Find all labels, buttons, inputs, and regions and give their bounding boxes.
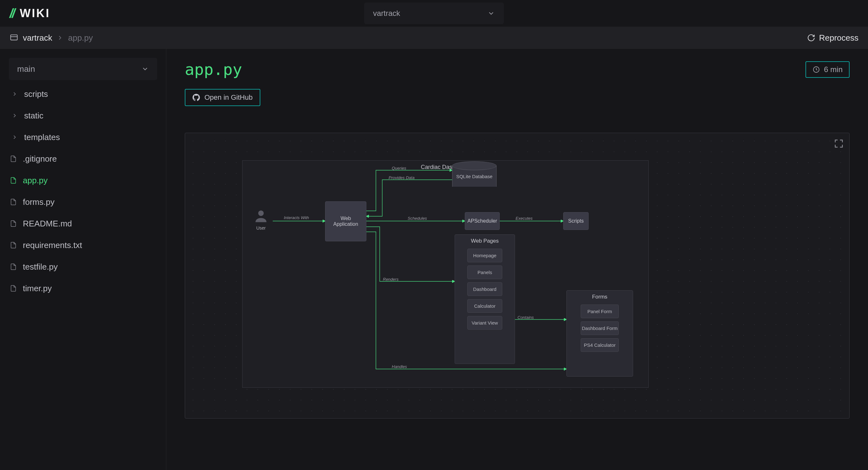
group-title-web-pages: Web Pages (455, 235, 515, 245)
title-row: app.py 6 min (185, 60, 849, 79)
file-icon (10, 220, 17, 227)
breadcrumb-file: app.py (68, 33, 93, 43)
group-forms: Forms Panel Form Dashboard Form PS4 Calc… (566, 290, 633, 377)
read-time-value: 6 min (824, 65, 843, 74)
edge-label-handles: Handles (392, 364, 407, 369)
user-icon (253, 208, 269, 224)
db-label: SQLite Database (456, 174, 492, 179)
diagram-title: Cardiac Dashboard (243, 161, 648, 171)
logo: // WIKI (9, 6, 50, 21)
node-dashboard-form: Dashboard Form (581, 321, 619, 335)
repo-icon (9, 33, 19, 42)
edge-label-schedules: Schedules (408, 216, 427, 221)
edge-label-interacts: Interacts With (284, 215, 309, 220)
file-icon (10, 199, 17, 205)
file-label: timer.py (23, 284, 52, 293)
breadcrumb-bar: vartrack app.py Reprocess (0, 27, 868, 49)
open-in-github-button[interactable]: Open in GitHub (185, 89, 260, 106)
file-label: app.py (23, 176, 48, 185)
node-homepage: Homepage (467, 249, 502, 262)
main-content: app.py 6 min Open in GitHub Cardiac Dash… (166, 49, 868, 470)
logo-text: WIKI (20, 7, 50, 20)
file-label: testfile.py (23, 262, 58, 272)
file-app-py[interactable]: app.py (9, 170, 157, 191)
node-calculator: Calculator (467, 299, 502, 313)
node-panels: Panels (467, 265, 502, 279)
edge-label-renders: Renders (383, 277, 398, 282)
branch-selector[interactable]: main (9, 58, 157, 80)
node-dashboard: Dashboard (467, 282, 502, 296)
reprocess-button[interactable]: Reprocess (807, 33, 859, 43)
edge-label-provides: Provides Data (389, 175, 415, 180)
breadcrumb: vartrack app.py (9, 33, 93, 43)
refresh-icon (807, 34, 815, 42)
file-icon (10, 285, 17, 292)
file-label: requirements.txt (23, 240, 82, 250)
chevron-right-icon (11, 91, 18, 97)
user-label: User (253, 226, 269, 231)
node-scheduler: APScheduler (465, 212, 500, 230)
file-sidebar: main scripts static templates .gitignore (0, 49, 166, 470)
expand-icon[interactable] (834, 139, 843, 148)
body: main scripts static templates .gitignore (0, 49, 868, 470)
folder-templates[interactable]: templates (9, 126, 157, 148)
app-header: // WIKI vartrack (0, 0, 868, 27)
node-scripts: Scripts (563, 212, 589, 230)
svg-point-3 (258, 210, 264, 216)
file-icon (10, 263, 17, 270)
file-icon (10, 242, 17, 249)
node-variant-view: Variant View (467, 316, 502, 330)
diagram-canvas[interactable]: Cardiac Dashboard (185, 133, 849, 418)
folder-static[interactable]: static (9, 105, 157, 126)
chevron-right-icon (11, 112, 18, 119)
folder-label: templates (24, 133, 60, 142)
edge-label-contains: Contains (518, 315, 534, 320)
chevron-right-icon (57, 34, 63, 41)
file-requirements[interactable]: requirements.txt (9, 234, 157, 256)
github-icon (192, 94, 200, 101)
breadcrumb-repo[interactable]: vartrack (23, 33, 52, 43)
file-readme[interactable]: README.md (9, 213, 157, 234)
svg-rect-0 (11, 35, 18, 40)
repo-selector[interactable]: vartrack (364, 3, 504, 24)
folder-label: static (24, 111, 43, 121)
repo-selector-value: vartrack (373, 9, 400, 18)
node-web-app: Web Application (325, 201, 366, 241)
file-label: .gitignore (23, 154, 57, 164)
file-label: forms.py (23, 197, 55, 207)
edge-label-queries: Queries (392, 166, 406, 171)
file-gitignore[interactable]: .gitignore (9, 148, 157, 170)
file-icon (10, 155, 17, 162)
group-web-pages: Web Pages Homepage Panels Dashboard Calc… (455, 234, 515, 364)
file-forms-py[interactable]: forms.py (9, 191, 157, 213)
page-title: app.py (185, 60, 242, 79)
github-button-label: Open in GitHub (205, 93, 253, 101)
read-time-badge: 6 min (805, 61, 849, 78)
node-ps4-calculator: PS4 Calculator (581, 338, 619, 352)
reprocess-label: Reprocess (819, 33, 859, 43)
diagram-frame: Cardiac Dashboard (242, 160, 649, 388)
file-tree: scripts static templates .gitignore app.… (9, 83, 157, 299)
folder-label: scripts (24, 89, 48, 99)
file-label: README.md (23, 219, 72, 229)
group-title-forms: Forms (567, 291, 633, 301)
user-node: User (253, 208, 269, 231)
folder-scripts[interactable]: scripts (9, 83, 157, 105)
clock-icon (812, 66, 820, 74)
node-database: SQLite Database (452, 161, 497, 191)
file-timer[interactable]: timer.py (9, 277, 157, 299)
logo-slash-icon: // (9, 6, 14, 21)
branch-selector-value: main (17, 64, 35, 74)
chevron-down-icon (141, 65, 149, 73)
chevron-down-icon (487, 9, 495, 17)
edge-label-executes: Executes (516, 216, 532, 221)
node-panel-form: Panel Form (581, 304, 619, 318)
file-testfile[interactable]: testfile.py (9, 256, 157, 277)
chevron-right-icon (11, 134, 18, 140)
file-icon (10, 177, 17, 184)
